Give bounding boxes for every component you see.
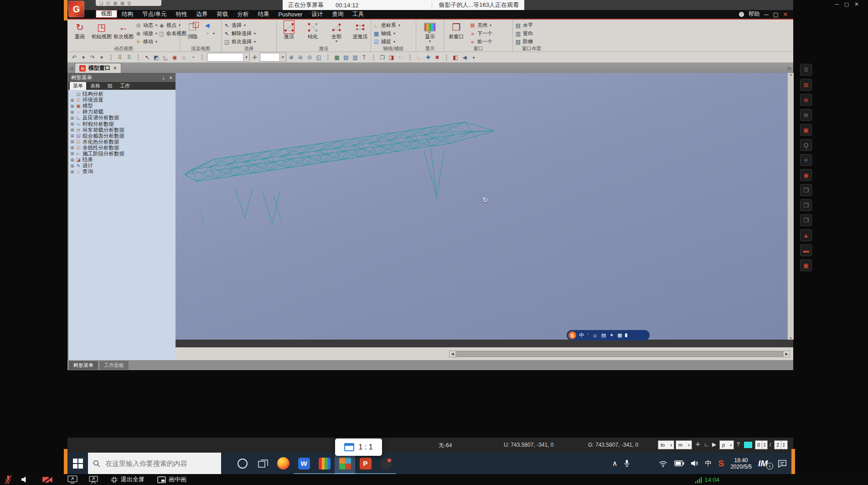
ime-indicator[interactable]: 中 [705, 459, 712, 468]
menu-item[interactable]: Pushover [274, 10, 307, 19]
help-question-icon[interactable]: ? [737, 441, 740, 448]
tree-expander-icon[interactable]: ⊞ [70, 134, 74, 138]
quick-access-icon[interactable]: ◰ [106, 1, 110, 5]
name-filter-combobox[interactable]: ▾ [207, 53, 250, 62]
right-toolbar-icon[interactable]: ⠿ [800, 64, 812, 76]
pin-icon[interactable]: ⊥ [161, 75, 165, 80]
menu-item[interactable]: 视图 [96, 10, 117, 18]
tree-expander-icon[interactable]: ⊞ [70, 158, 74, 162]
scroll-left-arrow[interactable]: ◀ [449, 351, 456, 357]
tab-scroll-right[interactable]: ▷ [786, 63, 793, 73]
menu-item[interactable]: 结果 [253, 10, 274, 19]
tree-expander-icon[interactable]: ⊞ [70, 139, 74, 144]
unit-system-icon[interactable]: ✛ [696, 441, 700, 448]
help-label[interactable]: 帮助 [749, 10, 760, 18]
right-toolbar-icon[interactable]: ⊠ [800, 79, 812, 91]
toolbar-icon[interactable]: ↶ [70, 53, 78, 62]
menu-item[interactable]: 特性 [171, 10, 191, 19]
model-vertical-scrollbar[interactable]: ▲▼ [787, 73, 794, 340]
right-toolbar-icon[interactable]: Q [800, 139, 812, 151]
axis-toggle-icon[interactable]: ∟ [704, 441, 709, 448]
toolbar-icon[interactable]: ⊙ [305, 53, 314, 62]
task-view-button[interactable] [253, 453, 273, 474]
toolbar-icon[interactable]: ⠿ [116, 53, 124, 62]
toolbar-icon[interactable]: ◔ [189, 53, 197, 62]
force-unit-dropdown[interactable]: to∨ [658, 440, 674, 449]
tree-expander-icon[interactable]: ⊞ [70, 128, 74, 132]
toolbar-icon[interactable]: ◺ [161, 53, 170, 62]
viewer-minimize-button[interactable]: ─ [835, 1, 839, 7]
toolbar-icon[interactable]: ❒ [378, 53, 387, 62]
tree-item[interactable]: ⊞ ◪ 结果 [70, 157, 176, 163]
stage-spinner[interactable]: 0▲▼ [755, 440, 768, 449]
inverse-activate-button[interactable]: 逆激活 [350, 21, 371, 41]
precision-dropdown[interactable]: p∨ [719, 440, 734, 449]
app-restore-button[interactable]: ▢ [773, 11, 779, 18]
right-toolbar-icon[interactable]: ◉ [800, 169, 812, 181]
scrollbar-thumb[interactable] [456, 351, 783, 357]
toolbar-icon[interactable]: ┇ [198, 53, 206, 62]
toolbar-icon[interactable]: ┇ [369, 53, 377, 62]
whiteboard-icon[interactable] [83, 474, 104, 485]
menu-item[interactable]: 查询 [327, 10, 348, 19]
tree-expander-icon[interactable]: ⊞ [70, 164, 74, 168]
camera-off-icon[interactable] [33, 474, 62, 485]
previous-window-button[interactable]: « 前一个 [469, 38, 492, 46]
toolbar-icon[interactable]: ◀ [460, 53, 469, 62]
render-option-1[interactable]: ◀ [204, 21, 215, 29]
play-icon[interactable]: ▶ [712, 441, 716, 448]
tree-item[interactable]: ▤ 结构分析 [70, 91, 176, 97]
doc-tab-close-icon[interactable]: ✕ [113, 66, 117, 71]
menu-item[interactable]: 荷载 [212, 10, 232, 19]
select-dropdown[interactable]: ↖ 选择 [223, 21, 256, 29]
toolbar-icon[interactable]: ↷ [88, 53, 97, 62]
tree-tab[interactable]: 菜单 [70, 82, 86, 90]
firefox-button[interactable] [273, 453, 294, 474]
help-icon[interactable]: ? [739, 12, 744, 17]
scale-combobox[interactable]: ▾ [260, 53, 286, 62]
viewer-close-button[interactable]: ✕ [854, 1, 858, 7]
tree-expander-icon[interactable]: ⊞ [70, 151, 74, 156]
menu-item[interactable]: 节点/单元 [138, 10, 171, 19]
midas-button[interactable] [335, 453, 355, 474]
right-toolbar-icon[interactable]: ▣ [800, 259, 812, 271]
close-window-dropdown[interactable]: ⊠ 关闭 [469, 21, 492, 29]
search-input[interactable] [104, 459, 211, 468]
menu-item[interactable]: 设计 [307, 10, 327, 19]
tree-tab[interactable]: 表格 [87, 82, 103, 90]
toolbar-icon[interactable]: ◨ [388, 53, 396, 62]
toolbar-icon[interactable]: ∷ [397, 53, 405, 62]
initial-view-button[interactable]: ◳ 初始视图 [91, 21, 112, 41]
toolbar-icon[interactable]: ▾ [98, 53, 106, 62]
next-window-button[interactable]: » 下一个 [469, 30, 492, 37]
wifi-icon[interactable] [658, 460, 668, 467]
display-button[interactable]: 显示 [419, 21, 440, 43]
tab-tree-menu[interactable]: 树形菜单 [69, 361, 98, 370]
speaker-on-icon[interactable] [16, 474, 33, 485]
tree-close-icon[interactable]: ✕ [169, 75, 173, 80]
menu-item[interactable]: 分析 [232, 10, 253, 19]
toolbar-icon[interactable]: ┇ [324, 53, 332, 62]
model-canvas[interactable] [176, 73, 787, 340]
clock[interactable]: 18:40 2020/5/5 [730, 457, 752, 470]
ime-bar-icon[interactable]: 中 [579, 332, 584, 339]
deselect-dropdown[interactable]: ↖ 解除选择 [223, 30, 256, 37]
tree-tab[interactable]: 组 [104, 82, 116, 90]
tray-mic-icon[interactable] [624, 459, 630, 468]
dynamic-view-dropdown[interactable]: ⊙ 动态 [135, 21, 157, 29]
activate-all-button[interactable]: 全部 [326, 21, 347, 43]
ime-bar-icon[interactable]: ☺ [592, 333, 597, 338]
previous-view-button[interactable]: ← 前次视图 [113, 21, 134, 41]
tree-expander-icon[interactable]: ⊞ [70, 116, 74, 120]
tab-model-window[interactable]: G 模型窗口 ✕ [75, 63, 121, 73]
tree-expander-icon[interactable]: ⊞ [70, 170, 74, 174]
im-tray-logo[interactable]: IM 1 [758, 459, 771, 469]
battery-icon[interactable] [674, 460, 684, 466]
tree-item[interactable]: ⊞ Ш 组合截面分析数据 [70, 133, 176, 139]
tree-expander-icon[interactable]: ⊞ [70, 110, 74, 114]
ime-bar-icon[interactable]: ’ [588, 333, 589, 338]
color-swatch[interactable] [744, 442, 752, 448]
menu-item[interactable]: 结构 [117, 10, 138, 19]
toolbar-icon[interactable]: ▾ [79, 53, 88, 62]
toolbar-icon[interactable]: ◩ [152, 53, 160, 62]
